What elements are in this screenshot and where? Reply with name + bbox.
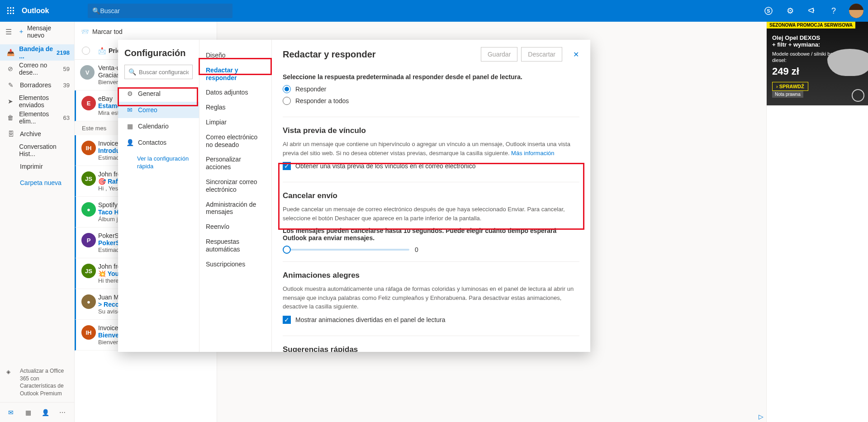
ad-cta-button[interactable]: › SPRAWDŹ — [772, 82, 808, 91]
link-preview-checkbox[interactable]: ✓ Obtener una vista previa de los víncul… — [283, 162, 579, 170]
content-title: Redactar y responder — [283, 49, 376, 60]
settings-subcategory-item[interactable]: Diseño — [206, 48, 265, 63]
settings-subcategory-item[interactable]: Redactar y responder — [206, 63, 265, 85]
upgrade-promo[interactable]: ◈ Actualizar a Office 365 con Caracterís… — [0, 362, 74, 402]
settings-category-item[interactable]: ⚙General — [124, 85, 193, 102]
folder-label: Conversation Hist... — [19, 143, 70, 157]
user-avatar[interactable] — [849, 4, 863, 18]
settings-icon[interactable]: ⚙ — [779, 0, 801, 22]
settings-subcategory-item[interactable]: Administración de mensajes — [206, 197, 265, 220]
section-animations: Animaciones alegres — [283, 271, 579, 280]
settings-search-input[interactable] — [139, 69, 189, 76]
settings-subcategory-item[interactable]: Suscripciones — [206, 257, 265, 272]
folder-icon: ⊘ — [6, 65, 14, 72]
ad-banner[interactable]: SEZONOWA PROMOCJA SERWISOWA Olej Opel DE… — [767, 22, 868, 105]
new-message-button[interactable]: ＋Mensaje nuevo — [18, 24, 69, 39]
folder-count: 39 — [63, 82, 70, 89]
settings-category-item[interactable]: ▦Calendario — [124, 118, 193, 134]
animations-checkbox[interactable]: ✓ Mostrar animaciones divertidas en el p… — [283, 316, 579, 324]
settings-subcategory-item[interactable]: Reglas — [206, 100, 265, 115]
category-icon: ⚙ — [126, 90, 133, 97]
folder-label: Elementos elim... — [19, 110, 63, 125]
folder-item[interactable]: Imprimir — [0, 158, 74, 175]
sender-avatar: JS — [81, 171, 96, 186]
quick-settings-link[interactable]: Ver la configuración rápida — [124, 155, 193, 171]
section-link-preview: Vista previa de vínculo — [283, 126, 579, 135]
slider-thumb[interactable] — [283, 246, 291, 254]
svg-rect-5 — [13, 10, 14, 11]
settings-search[interactable]: 🔍 — [124, 65, 193, 79]
svg-rect-8 — [13, 13, 14, 14]
svg-text:S: S — [767, 8, 770, 14]
settings-categories: Configuración 🔍 ⚙General✉Correo▦Calendar… — [118, 40, 199, 352]
folder-icon: 📥 — [6, 49, 14, 56]
settings-content: Redactar y responder Guardar Descartar ✕… — [272, 40, 590, 352]
settings-subcategory-item[interactable]: Datos adjuntos — [206, 85, 265, 100]
settings-subcategory-item[interactable]: Reenvío — [206, 219, 265, 234]
megaphone-icon[interactable] — [801, 0, 823, 22]
sender-avatar: IH — [81, 141, 96, 155]
category-icon: ▦ — [126, 123, 133, 130]
folder-item[interactable]: ➤Elementos enviados — [0, 93, 74, 109]
search-input[interactable] — [100, 7, 228, 14]
settings-subcategory-item[interactable]: Limpiar — [206, 115, 265, 130]
mark-all-read-button[interactable]: 📨 Marcar tod — [81, 28, 123, 35]
undo-send-slider[interactable] — [283, 249, 409, 251]
folder-item[interactable]: Conversation Hist... — [0, 142, 74, 158]
folder-label: Bandeja de ... — [19, 45, 57, 60]
search-box[interactable]: 🔍 — [88, 4, 232, 18]
folder-item[interactable]: 🗄Archive — [0, 126, 74, 142]
settings-dialog: Configuración 🔍 ⚙General✉Correo▦Calendar… — [118, 40, 590, 352]
folder-item[interactable]: 📥Bandeja de ...2198 — [0, 44, 74, 61]
link-more-info[interactable]: Más información — [511, 150, 554, 156]
svg-rect-2 — [13, 7, 14, 9]
svg-rect-0 — [7, 7, 9, 9]
hamburger-icon[interactable]: ☰ — [5, 28, 12, 36]
skype-icon[interactable]: S — [758, 0, 779, 22]
folder-count: 63 — [63, 114, 70, 121]
reply-all-option[interactable]: Responder a todos — [283, 97, 579, 105]
app-launcher[interactable] — [0, 0, 22, 22]
folder-item[interactable]: 🗑Elementos elim...63 — [0, 109, 74, 126]
nav-calendar-icon[interactable]: ▦ — [23, 409, 33, 416]
folder-item[interactable]: ⊘Correo no dese...59 — [0, 61, 74, 77]
reply-option[interactable]: Responder — [283, 85, 579, 93]
sender-avatar: P — [81, 233, 96, 247]
slider-value: 0 — [415, 246, 418, 253]
discard-button[interactable]: Descartar — [521, 47, 562, 62]
nav-mail-icon[interactable]: ✉ — [5, 409, 16, 416]
folder-icon: ➤ — [6, 98, 14, 105]
sender-avatar: JS — [81, 264, 96, 278]
svg-rect-6 — [7, 13, 9, 14]
svg-rect-1 — [10, 7, 11, 9]
save-button[interactable]: Guardar — [481, 47, 517, 62]
help-icon[interactable]: ? — [823, 0, 844, 22]
sender-avatar: IH — [81, 325, 96, 340]
settings-subcategory-item[interactable]: Personalizar acciones — [206, 152, 265, 175]
nav-people-icon[interactable]: 👤 — [40, 409, 51, 416]
brand-label: Outlook — [22, 7, 56, 15]
ad-car-image — [827, 49, 868, 76]
settings-category-item[interactable]: 👤Contactos — [124, 134, 193, 151]
folder-label: Borradores — [20, 81, 51, 89]
search-icon: 🔍 — [128, 68, 136, 76]
sender-avatar: V — [80, 65, 95, 80]
settings-category-item[interactable]: ✉Correo — [118, 102, 199, 118]
new-folder-link[interactable]: Carpeta nueva — [0, 175, 74, 191]
adchoices-icon[interactable]: ▷ — [759, 413, 764, 420]
settings-subcategory-item[interactable]: Respuestas automáticas — [206, 234, 265, 257]
folder-count: 59 — [63, 66, 70, 72]
folder-label: Archive — [20, 130, 41, 138]
close-button[interactable]: ✕ — [570, 50, 581, 59]
folder-item[interactable]: ✎Borradores39 — [0, 77, 74, 93]
sender-avatar: ● — [81, 294, 96, 309]
settings-subcategory-item[interactable]: Sincronizar correo electrónico — [206, 175, 265, 197]
settings-subcategory-item[interactable]: Correo electrónico no deseado — [206, 130, 265, 152]
select-all-checkbox[interactable] — [82, 47, 90, 55]
sender-avatar: E — [81, 96, 96, 110]
folder-count: 2198 — [57, 49, 70, 56]
svg-rect-7 — [10, 13, 11, 14]
ad-panel: SEZONOWA PROMOCJA SERWISOWA Olej Opel DE… — [766, 22, 868, 422]
nav-more-icon[interactable]: ⋯ — [57, 409, 68, 416]
category-icon: 👤 — [126, 139, 133, 146]
